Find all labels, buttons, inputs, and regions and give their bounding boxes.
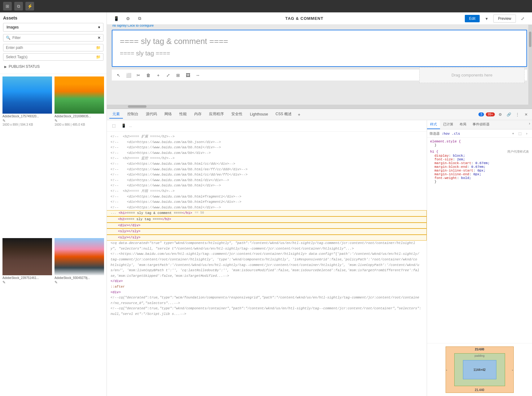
add-tab-icon[interactable]: + <box>296 112 302 117</box>
htl-config-link[interactable]: htl sightly:Click to configure <box>112 25 154 27</box>
grid-icon[interactable]: ⊞ <box>3 2 12 11</box>
enter-path-input[interactable] <box>6 46 94 50</box>
devtools-icons: 3 99+ ⚙ 🔗 ⋮ ✕ <box>478 111 530 118</box>
cut-tool[interactable]: ✂ <box>134 71 143 80</box>
share-icon[interactable]: ⤢ <box>518 14 527 23</box>
images-dropdown[interactable]: Images ▾ <box>3 23 103 32</box>
style-prop-display: display: block; <box>430 154 529 158</box>
source-line-sly1: <sly></sly> <box>107 228 427 235</box>
settings-icon[interactable]: ⚙ <box>124 14 132 23</box>
style-close-h1: } <box>430 180 529 184</box>
ua-style-comment: 用户代理样式表 <box>507 150 529 154</box>
inspector-link-icon[interactable]: ⬚ <box>517 131 523 136</box>
tab-css-overview[interactable]: CSS 概述 <box>273 110 295 119</box>
image-meta-1: 1600 x 886 | 485.0 KB <box>55 123 104 126</box>
filter-input[interactable] <box>12 36 96 40</box>
filter-row: 🔍 ✕ <box>3 34 103 41</box>
style-prop-margin-block-end: margin-block-end: 0.67em; <box>430 165 529 169</box>
layers-icon[interactable]: ⧉ <box>14 2 23 11</box>
cursor-tool[interactable]: ↖ <box>114 71 123 80</box>
block-subheading: ==== sly tag ==== <box>120 50 519 57</box>
tab-styles[interactable]: 样式 <box>427 120 440 129</box>
tab-lighthouse[interactable]: Lighthouse <box>247 111 271 118</box>
select-tags-input[interactable] <box>6 55 94 59</box>
tab-application[interactable]: 应用程序 <box>206 110 227 119</box>
responsive-icon[interactable]: 📱 <box>112 14 120 23</box>
edit-icon-0[interactable]: ✎ <box>2 119 52 123</box>
filter-selector-val: :hov .cls <box>442 132 460 136</box>
source-line-cq: <cq data-decorated="true" type="wknd/com… <box>107 241 427 251</box>
content-actions: Edit ▾ Preview ⤢ <box>465 14 527 23</box>
source-panel: ⬚ 📱 ... <!-- <h2>==== 扩展 ====</h2>--> <!… <box>107 120 427 396</box>
image-thumb-0[interactable] <box>2 76 52 114</box>
source-lines[interactable]: <!-- <h2>==== 扩展 ====</h2>--> <!-- <div>… <box>107 132 427 396</box>
tab-performance[interactable]: 性能 <box>176 110 190 119</box>
chevron-down-edit-icon[interactable]: ▾ <box>482 14 491 23</box>
tab-security[interactable]: 安全性 <box>228 110 246 119</box>
edit-button[interactable]: Edit <box>465 15 480 22</box>
tab-elements[interactable]: 元素 <box>109 110 123 119</box>
inspect-icon[interactable]: ⬚ <box>109 121 118 130</box>
list-item: AdobeStock_231698835... ✎ 1600 x 886 | 4… <box>55 76 104 236</box>
tab-source[interactable]: 源代码 <box>143 110 160 119</box>
dots-indicator: ... <box>111 211 116 215</box>
chevron-right-icon[interactable]: › <box>527 120 532 129</box>
image-name-1: AdobeStock_231698835... <box>55 115 104 118</box>
devtools-tabbar: 元素 控制台 源代码 网络 性能 内存 应用程序 安全性 Lighthouse … <box>107 109 532 120</box>
folder-tags-icon[interactable]: 📁 <box>96 55 101 59</box>
publish-status-row[interactable]: ▶ PUBLISH STATUS <box>3 63 103 71</box>
image-thumb-3[interactable] <box>55 238 104 275</box>
add-tool[interactable]: + <box>154 71 163 80</box>
lightning-icon[interactable]: ⚡ <box>25 2 34 11</box>
tab-memory[interactable]: 内存 <box>191 110 205 119</box>
source-line: <!-- <div>https://www.baidu.com/aa/bb.ht… <box>107 205 427 211</box>
copy-icon[interactable]: ⧉ <box>135 14 144 23</box>
image-thumb-2[interactable] <box>2 238 52 275</box>
canvas-scroll-thumb <box>529 32 531 47</box>
image-tool[interactable]: 🖼 <box>184 71 192 80</box>
devtools-close-icon[interactable]: ✕ <box>523 111 530 118</box>
devtools-link-icon[interactable]: 🔗 <box>505 111 512 118</box>
image-name-2: AdobeStock_239751461... <box>2 276 52 280</box>
box-model: margin 21.440 21.440 padding 1144×42 - - <box>427 343 532 396</box>
edit-icon-1[interactable]: ✎ <box>55 119 104 123</box>
canvas-scrollbar-h[interactable] <box>107 105 528 108</box>
margin-bottom-val: 21.440 <box>475 388 484 392</box>
style-prop-font-weight: font-weight: bold; <box>430 176 529 180</box>
clear-filter-icon[interactable]: ✕ <box>98 36 101 40</box>
tab-event-listeners[interactable]: 事件侦听器 <box>469 120 493 129</box>
filter-label: 筛选器 <box>430 131 440 136</box>
tab-layout[interactable]: 布局 <box>456 120 469 129</box>
arrows-tool[interactable]: ↔ <box>194 71 202 80</box>
dots-separator: ... <box>129 124 132 128</box>
mobile-icon[interactable]: 📱 <box>119 121 128 130</box>
image-thumb-1[interactable] <box>55 76 104 114</box>
grid-tool[interactable]: ⊞ <box>174 71 182 80</box>
canvas-scrollbar-v[interactable] <box>528 25 532 108</box>
box-model-diagram: margin 21.440 21.440 padding 1144×42 - - <box>446 346 514 393</box>
source-line: <!-- <div>https://www.baidu.com/aa/bb.ht… <box>107 145 427 150</box>
source-line-after: ::after <box>107 284 427 290</box>
image-name-3: AdobeStock_93049279j... <box>55 276 104 280</box>
list-item: AdobeStock_239751461... ✎ <box>2 238 52 394</box>
tab-network[interactable]: 网络 <box>161 110 175 119</box>
sidebar-header: Assets Images ▾ 🔍 ✕ 📁 📁 ▶ PUBLISH STAT <box>0 12 107 74</box>
h1-style-rule: h1 { 用户代理样式表 display: block; font-size: … <box>430 150 529 184</box>
devtools-dots-icon[interactable]: ⋮ <box>514 111 521 118</box>
h1-selector: h1 { <box>430 150 438 154</box>
select-tool[interactable]: ⬜ <box>124 71 133 80</box>
tab-computed[interactable]: 已计算 <box>440 120 456 129</box>
path-row: 📁 <box>3 44 103 51</box>
editable-block: htl sightly:Click to configure ==== sly … <box>112 30 527 67</box>
edit-icon-2[interactable]: ✎ <box>2 280 52 285</box>
folder-icon[interactable]: 📁 <box>96 46 101 50</box>
preview-button[interactable]: Preview <box>493 15 516 23</box>
plus-style-icon[interactable]: + <box>510 131 516 136</box>
chevron-right-2-icon[interactable]: › <box>524 131 530 136</box>
devtools-settings-icon[interactable]: ⚙ <box>497 111 504 118</box>
sidebar-title: Assets <box>3 15 103 20</box>
tab-console[interactable]: 控制台 <box>124 110 142 119</box>
delete-tool[interactable]: 🗑 <box>144 71 153 80</box>
edit-icon-3[interactable]: ✎ <box>55 280 104 285</box>
expand-tool[interactable]: ⤢ <box>164 71 172 80</box>
